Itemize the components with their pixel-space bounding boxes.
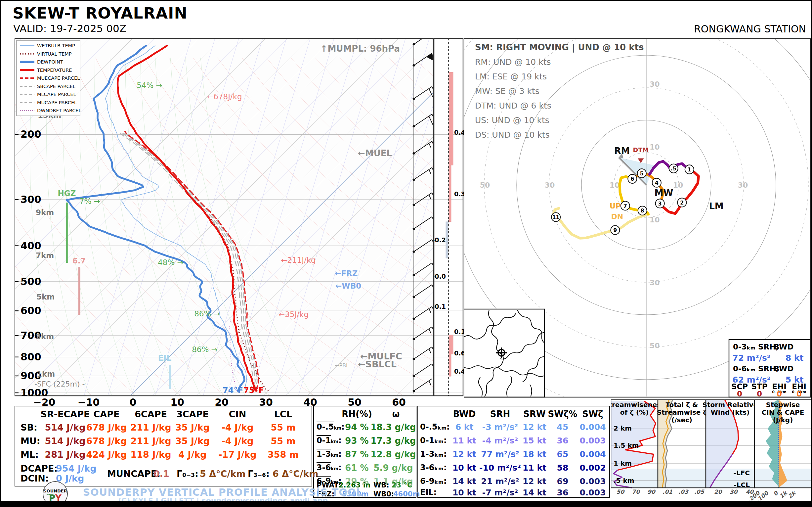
bwd-03-value: 8 kt: [786, 353, 804, 363]
pressure-label: 600: [20, 305, 41, 317]
panel-title-line: CIN & CAPE: [762, 408, 804, 416]
omega-bar: [449, 165, 451, 222]
rh-7-label: 7% →: [79, 197, 100, 206]
moisture-table: [313, 406, 417, 498]
pbl-label: ←PBL: [335, 362, 349, 369]
height-label: 9km: [36, 208, 54, 217]
omega-value-label: 0.6: [454, 349, 464, 357]
omega-value-label: 0.3: [454, 190, 464, 198]
panel-tick-label: 30: [730, 489, 738, 495]
legend-label: MUCAPE PARCEL: [37, 100, 77, 105]
ring-label: 10: [649, 143, 660, 151]
sblcl-label: ←SBLCL: [358, 359, 396, 369]
omega-value-label: -0.1: [434, 303, 446, 310]
dn-label: DN: [611, 213, 623, 221]
panel-title-line: Wind (kts): [711, 408, 749, 416]
cape-678-label: ←678J/kg: [207, 92, 242, 101]
legend-label: VIRTUAL TEMP: [37, 51, 72, 57]
hodo-marker-label: 1: [688, 166, 691, 173]
ring-label: 30: [545, 181, 555, 189]
legend-label: MUECAPE PARCEL: [37, 75, 80, 81]
ring-label: 30: [649, 80, 660, 89]
panel-title-line: Total ζ &: [666, 401, 698, 409]
panel-title-line: Streamwiseness: [611, 401, 665, 409]
panel-title-line: Storm Relative: [702, 401, 758, 409]
panel-extra-label: -LFC: [734, 469, 750, 477]
sm-line-3: MW: SE @ 3 kts: [475, 87, 540, 96]
omega-bar: [449, 72, 453, 165]
legend-label: WETBULB TEMP: [37, 43, 75, 48]
panel-title-line: Stepwise: [766, 401, 800, 409]
panel-tick-label: 0: [772, 489, 780, 497]
pressure-label: 400: [20, 240, 41, 251]
skewt-plot: 2003004005006007008009001000−20−10010203…: [14, 38, 434, 416]
ring-label: 30: [738, 181, 748, 189]
lm-label: LM: [709, 201, 724, 211]
omega-bar: [449, 335, 453, 354]
hodo-marker-label: 5: [640, 170, 644, 177]
height-label: 3km: [36, 332, 54, 341]
hodo-marker-label: 6: [630, 176, 634, 182]
hodo-marker-label: 8: [641, 208, 644, 214]
hodo-marker-label: 2: [680, 200, 684, 206]
rh-48-label: 48% →: [158, 258, 184, 267]
logo-text-sounder: SOUNDER: [43, 489, 67, 494]
cape-35-label: ←35J/kg: [278, 310, 309, 319]
legend-label: MLCAPE PARCEL: [37, 92, 76, 97]
panel-title-line: Streamwise ζ: [657, 408, 707, 416]
ring-label: 50: [649, 342, 660, 350]
mini-panels: Streamwisenessof ζ (%)2 km1.5 km1 km.5 k…: [611, 399, 811, 500]
hodo-marker-label: 11: [552, 214, 559, 220]
pressure-label: 800: [20, 351, 41, 363]
sfc-temp-f: 75°F: [243, 386, 264, 395]
panel-title-line: (J/kg): [773, 416, 793, 424]
omega-value-label: -0.2: [434, 236, 446, 243]
legend-label: SBCAPE PARCEL: [37, 84, 75, 89]
hodo-marker-label: 7: [623, 203, 627, 209]
omega-value-label: 0.4: [454, 368, 464, 375]
ring-label: 50: [480, 181, 490, 189]
panel-ylabel: 1.5 km: [614, 442, 639, 449]
up-label: UP: [610, 202, 621, 210]
legend-label: DEWPOINT: [37, 59, 63, 64]
mw-label: MW: [654, 188, 673, 198]
muel-label: ←MUEL: [358, 148, 392, 158]
bwd-06-header: BWD: [774, 364, 794, 373]
pressure-label: 300: [20, 193, 41, 205]
omega-value-label: 0.4: [454, 129, 464, 136]
wb0-label: ←WB0: [335, 282, 361, 290]
omega-value-label: 0.1: [454, 328, 464, 335]
bottom-bar: [1, 501, 811, 506]
rh-54-label: 54% →: [137, 81, 163, 90]
skewt-legend: WETBULB TEMPVIRTUAL TEMPDEWPOINTTEMPERAT…: [16, 40, 81, 116]
srh-03-value: 72 m²/s²: [732, 353, 770, 363]
bwd-03-header: BWD: [774, 342, 794, 351]
legend-label: DWNDRFT PARCEL: [37, 108, 81, 113]
panel-title-line: (/sec): [672, 416, 692, 424]
ring-label: 10: [610, 181, 620, 189]
panel-tick-label: .05: [694, 489, 704, 495]
srh-bwd-box: 0-3ₖₘ SRH,BWD72 m²/s²8 kt0-6ₖₘ SRH,BWD62…: [729, 340, 811, 398]
panel-tick-label: .01: [663, 489, 673, 495]
dtm-label: DTM: [633, 146, 649, 154]
height-label: 7km: [36, 251, 54, 260]
srh-03-header: 0-3ₖₘ SRH,: [733, 342, 778, 351]
srh-06-header: 0-6ₖₘ SRH,: [733, 364, 778, 373]
sm-line-2: LM: ESE @ 19 kts: [475, 72, 547, 81]
ring-label: 10: [649, 216, 660, 224]
thermo-table: [14, 406, 312, 487]
panel-tick-label: 2k: [787, 489, 798, 500]
map-inset: [464, 309, 549, 397]
height-label: 1km: [37, 370, 55, 378]
hodo-marker-label: 9: [613, 227, 617, 233]
sfc-dew-f: 74°F: [223, 386, 243, 395]
pressure-label: 200: [20, 128, 41, 140]
frz-label: ←FRZ: [335, 269, 358, 278]
omega-value-label: -0.0: [434, 273, 446, 280]
height-label: 5km: [37, 292, 55, 301]
cape-211-label: ←211J/kg: [281, 256, 316, 265]
omega-profile-panel: 0.40.3-0.2-0.0-0.10.10.60.4: [434, 38, 464, 399]
station-name: RONGKWANG STATION: [694, 23, 806, 35]
hgz-label: HGZ: [58, 189, 76, 198]
lapse-67-label: 6.7: [72, 257, 86, 265]
